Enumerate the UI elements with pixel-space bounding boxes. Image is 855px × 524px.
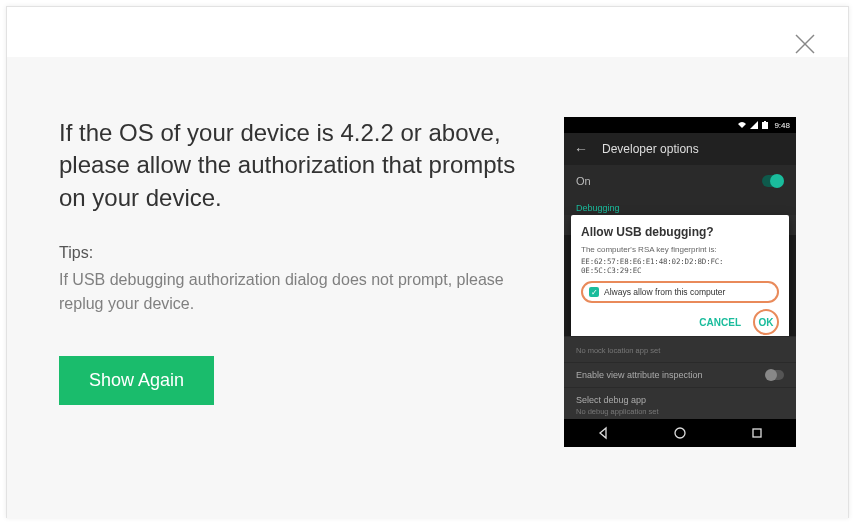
signal-icon [750,121,758,129]
checkbox-checked-icon: ✓ [589,287,599,297]
close-icon[interactable] [794,33,816,55]
phone-section-debugging: Debugging [564,197,796,215]
phone-row-mock: No mock location app set [564,336,796,362]
instructions-column: If the OS of your device is 4.2.2 or abo… [59,117,564,479]
popup-title: Allow USB debugging? [581,225,779,239]
always-allow-row: ✓ Always allow from this computer [581,281,779,303]
svg-rect-3 [764,121,766,122]
dialog-topbar [7,7,848,57]
phone-status-time: 9:48 [774,121,790,130]
show-again-button[interactable]: Show Again [59,356,214,405]
svg-point-4 [675,428,685,438]
popup-ok-button: OK [759,317,774,328]
always-allow-label: Always allow from this computer [604,287,725,297]
phone-status-bar: 9:48 [564,117,796,133]
phone-navbar [564,419,796,447]
dialog-card: If the OS of your device is 4.2.2 or abo… [6,6,849,518]
nav-back-icon [596,426,610,440]
nav-home-icon [673,426,687,440]
phone-illustration: 9:48 ← Developer options On Debugging Al… [564,117,796,447]
wifi-icon [738,121,746,129]
phone-on-row: On [564,165,796,197]
fingerprint-line-2: 0E:5C:C3:29:EC [581,266,641,275]
tips-label: Tips: [59,244,524,262]
tips-body: If USB debugging authorization dialog do… [59,268,524,316]
back-arrow-icon: ← [574,141,588,157]
fingerprint-line-1: EE:62:57:E8:E6:E1:48:02:D2:8D:FC: [581,257,723,266]
phone-row-select-debug-label: Select debug app [576,395,646,405]
svg-rect-2 [762,122,768,129]
toggle-off-icon [766,370,784,380]
phone-appbar-title: Developer options [602,142,699,156]
popup-buttons: CANCEL OK [581,309,779,335]
dialog-body: If the OS of your device is 4.2.2 or abo… [7,57,848,519]
phone-appbar: ← Developer options [564,133,796,165]
battery-icon [762,121,770,129]
phone-row-attr-inspect: Enable view attribute inspection [564,362,796,387]
main-heading: If the OS of your device is 4.2.2 or abo… [59,117,524,214]
ok-highlight-circle: OK [753,309,779,335]
phone-row-mock-sub: No mock location app set [576,346,660,355]
nav-recent-icon [750,426,764,440]
svg-rect-5 [753,429,761,437]
phone-settings-rows: No mock location app set Enable view att… [564,336,796,423]
usb-debug-popup: Allow USB debugging? The computer's RSA … [571,215,789,343]
phone-row-select-debug-sub: No debug application set [576,407,659,416]
popup-subtitle: The computer's RSA key fingerprint is: [581,245,779,255]
phone-on-label: On [576,175,591,187]
popup-cancel-button: CANCEL [699,317,741,328]
popup-fingerprint: EE:62:57:E8:E6:E1:48:02:D2:8D:FC: 0E:5C:… [581,257,779,275]
toggle-on-icon [762,175,784,187]
phone-row-attr-label: Enable view attribute inspection [576,370,703,380]
phone-row-select-debug: Select debug app No debug application se… [564,387,796,423]
